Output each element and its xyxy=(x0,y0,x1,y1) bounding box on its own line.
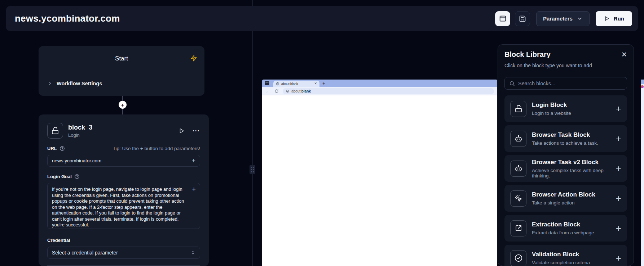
credential-select[interactable]: Select a credential parameter xyxy=(47,247,200,259)
play-icon xyxy=(604,15,610,22)
add-block-connector-button[interactable]: + xyxy=(119,101,127,109)
search-icon xyxy=(509,81,515,86)
login-goal-label: Login Goal xyxy=(47,174,72,179)
parameters-label: Parameters xyxy=(543,15,573,22)
login-block-card[interactable]: block_3 Login ⋯ URL Tip: Use the + butto… xyxy=(39,114,209,266)
block-name: block_3 xyxy=(68,124,92,131)
help-circle-icon xyxy=(59,146,65,151)
login-goal-textarea[interactable]: If you're not on the login page, navigat… xyxy=(47,183,200,229)
block-library-subtitle: Click on the block type you want to add xyxy=(504,62,627,69)
block-item-icon-box xyxy=(510,101,526,117)
address-bar[interactable]: about:blank xyxy=(283,88,494,94)
block-item-browser-task-v2[interactable]: Browser Task v2 Block Achieve complex ta… xyxy=(504,155,627,182)
run-button[interactable]: Run xyxy=(596,11,632,26)
browser-preview-toggle-button[interactable] xyxy=(495,11,510,26)
add-block-icon[interactable]: + xyxy=(616,224,621,233)
save-button[interactable] xyxy=(515,11,530,26)
block-item-icon-box xyxy=(510,131,526,147)
workflow-settings-toggle[interactable]: Workflow Settings xyxy=(39,71,204,95)
block-item-browser-action[interactable]: Browser Action Block Take a single actio… xyxy=(504,185,627,212)
block-library-title: Block Library xyxy=(504,50,551,59)
block-item-text: Browser Task v2 Block Achieve complex ta… xyxy=(532,159,610,179)
block-item-text: Browser Action Block Take a single actio… xyxy=(532,191,595,206)
tab-title: about:blank xyxy=(281,82,312,86)
block-name-group: block_3 Login xyxy=(68,124,92,138)
select-chevrons-icon xyxy=(190,250,195,255)
add-block-icon[interactable]: + xyxy=(616,164,621,173)
block-item-title: Validation Block xyxy=(532,251,590,258)
add-parameter-icon[interactable]: + xyxy=(192,186,196,193)
block-item-description: Achieve complex tasks with deep thinking… xyxy=(532,168,610,179)
chevron-down-icon xyxy=(577,16,583,22)
login-goal-row: Login Goal xyxy=(47,174,200,179)
canvas-panel-divider xyxy=(252,0,253,266)
top-header: news.ycombinator.com Parameters Run xyxy=(6,6,638,31)
block-item-icon-box xyxy=(510,190,526,207)
tab-close-icon[interactable]: ✕ xyxy=(314,82,317,85)
lock-open-icon xyxy=(51,126,59,135)
credential-row: Credential xyxy=(47,238,200,243)
url-label-group: URL xyxy=(47,146,65,151)
workflow-editor: news.ycombinator.com Parameters Run Star… xyxy=(0,0,644,266)
pointer-click-icon xyxy=(514,194,523,203)
refresh-icon[interactable] xyxy=(274,89,279,93)
block-item-title: Extraction Block xyxy=(532,221,594,228)
favicon-dot-icon xyxy=(641,85,644,88)
run-block-icon[interactable] xyxy=(178,127,185,134)
url-input[interactable] xyxy=(52,158,191,163)
sliver-page xyxy=(641,84,644,266)
help-circle-icon xyxy=(74,174,80,179)
login-goal-wrap: If you're not on the login page, navigat… xyxy=(47,183,200,230)
start-block-header: Start xyxy=(39,46,204,71)
block-item-title: Browser Task Block xyxy=(532,131,598,139)
block-menu-icon[interactable]: ⋯ xyxy=(192,129,200,132)
zap-icon xyxy=(190,55,197,62)
block-item-text: Login Block Login to a website xyxy=(532,102,571,116)
block-item-validation[interactable]: Validation Block Validate completion cri… xyxy=(504,245,627,266)
block-icon-box xyxy=(47,123,63,139)
chevron-right-icon xyxy=(47,81,53,86)
block-item-browser-task[interactable]: Browser Task Block Take actions to achie… xyxy=(504,125,627,152)
search-input[interactable] xyxy=(518,81,622,86)
login-goal-label-group: Login Goal xyxy=(47,174,80,179)
add-block-icon[interactable]: + xyxy=(616,194,621,203)
browser-page-blank[interactable] xyxy=(262,95,497,266)
block-item-title: Browser Task v2 Block xyxy=(532,159,610,166)
block-item-login[interactable]: Login Block Login to a website + xyxy=(504,95,627,122)
workflow-settings-label: Workflow Settings xyxy=(57,81,102,86)
credential-label: Credential xyxy=(47,238,70,243)
plus-icon: + xyxy=(121,102,124,108)
add-parameter-icon[interactable]: + xyxy=(191,158,195,164)
info-icon xyxy=(286,90,289,93)
url-label: URL xyxy=(47,146,57,151)
workflow-title: news.ycombinator.com xyxy=(15,13,120,24)
block-type-label: Login xyxy=(68,132,92,138)
window-controls-icon xyxy=(264,81,270,86)
block-item-description: Take actions to achieve a task. xyxy=(532,140,598,146)
parameters-button[interactable]: Parameters xyxy=(536,11,590,26)
close-icon[interactable]: ✕ xyxy=(621,51,627,58)
browser-tab-about-blank[interactable]: about:blank ✕ xyxy=(273,81,319,87)
block-item-description: Validate completion criteria xyxy=(532,260,590,265)
block-item-description: Take a single action xyxy=(532,200,595,206)
block-item-icon-box xyxy=(510,220,526,236)
url-input-wrap: + xyxy=(47,155,200,167)
background-browser-window-sliver xyxy=(641,80,644,266)
block-item-text: Extraction Block Extract data from a web… xyxy=(532,221,594,235)
address-text: about:blank xyxy=(291,89,311,93)
add-block-icon[interactable]: + xyxy=(616,134,621,143)
save-icon xyxy=(519,15,526,22)
card-section-divider xyxy=(47,265,200,266)
block-search xyxy=(504,77,627,90)
add-block-icon[interactable]: + xyxy=(616,104,621,113)
new-tab-icon[interactable]: + xyxy=(322,81,325,86)
block-item-icon-box xyxy=(510,161,526,177)
block-item-extraction[interactable]: Extraction Block Extract data from a web… xyxy=(504,215,627,242)
block-library-panel: Block Library ✕ Click on the block type … xyxy=(498,44,634,266)
back-arrow-icon[interactable]: ← xyxy=(265,89,270,94)
block-list: Login Block Login to a website + Browser… xyxy=(504,95,627,266)
start-block-card[interactable]: Start Workflow Settings xyxy=(39,46,204,96)
panel-resize-handle[interactable] xyxy=(250,165,255,174)
url-field-row: URL Tip: Use the + button to add paramet… xyxy=(47,146,200,151)
add-block-icon[interactable]: + xyxy=(616,253,621,263)
